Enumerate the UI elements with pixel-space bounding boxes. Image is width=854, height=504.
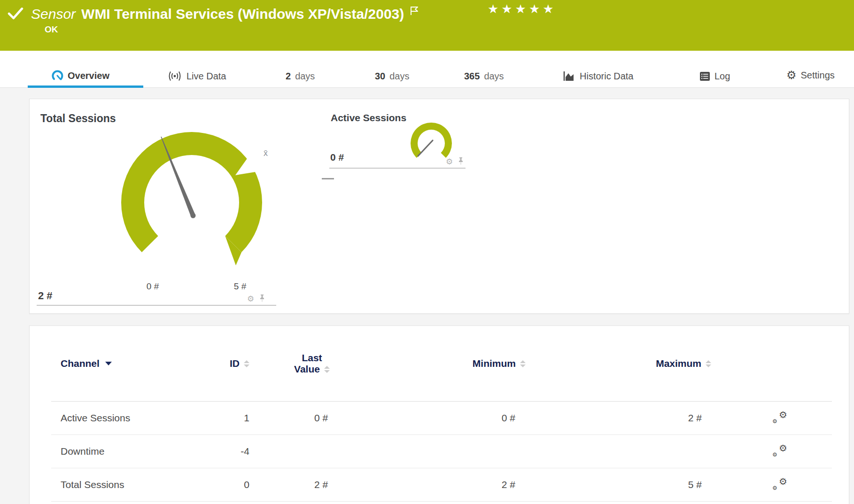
tab-30-days[interactable]: 30 days [375,71,410,82]
header-id[interactable]: ID [230,358,253,369]
tab-settings[interactable]: Settings [786,69,835,82]
gauge-min-label: 0 # [142,281,163,292]
sort-arrows-icon[interactable] [324,366,330,373]
active-sessions-gauge [409,122,454,161]
average-marker-label: x̄ [264,148,268,158]
gauge-icon [51,70,63,82]
sort-arrows-icon[interactable] [520,360,526,367]
widget-gear-icon[interactable] [446,158,453,166]
widget-underline [37,305,276,306]
header-last-value[interactable]: Last Value [294,352,330,375]
sort-arrows-icon[interactable] [706,360,711,367]
total-sessions-gauge [118,128,268,280]
tab-365-days[interactable]: 365 days [464,71,504,82]
tab-overview[interactable]: Overview [51,70,109,82]
gauges-card: Total Sessions x̄ 0 # 5 # 2 # Active Ses… [29,99,849,314]
widget-pin-icon[interactable] [259,295,265,303]
settings-gear-icon [786,69,797,82]
table-row-downtime[interactable]: Downtime -4 [51,435,832,468]
object-type-label: Sensor [31,6,76,22]
tab-2-days[interactable]: 2 days [286,71,315,82]
log-list-icon [699,71,710,81]
tab-bar: Overview Live Data 2 days 30 days 365 da… [0,51,854,88]
total-sessions-gauge-title: Total Sessions [40,112,116,125]
active-sessions-current-value: 0 # [330,152,344,163]
widget-pin-icon[interactable] [458,157,464,166]
widget-gear-icon[interactable] [247,295,254,303]
channel-settings-gears-icon[interactable] [772,410,787,424]
broadcast-icon [167,70,182,82]
sort-arrows-icon[interactable] [244,360,249,367]
widget-underline [329,168,466,169]
tab-log[interactable]: Log [699,71,730,82]
header-maximum[interactable]: Maximum [656,358,728,369]
channels-card: Channel ID Last Value Minimum [29,326,849,504]
header-channel[interactable]: Channel [51,358,211,369]
total-sessions-current-value: 2 # [38,290,53,302]
header-minimum[interactable]: Minimum [473,358,544,369]
status-badge: OK [45,24,58,35]
page-title: WMI Terminal Services (Windows XP/Vista/… [81,6,404,22]
gauge-max-label: 5 # [230,281,250,292]
table-row-active-sessions[interactable]: Active Sessions 1 0 # 0 # 2 # [51,402,832,435]
active-tab-indicator [28,85,143,88]
flag-icon[interactable] [410,6,419,16]
channel-settings-gears-icon[interactable] [772,443,787,457]
tab-historic-data[interactable]: Historic Data [563,71,633,82]
sort-caret-down-icon [105,362,112,365]
active-sessions-gauge-title: Active Sessions [331,112,406,124]
priority-stars[interactable]: ★★★★★ [488,2,557,16]
channels-table: Channel ID Last Value Minimum [51,326,832,502]
status-ok-check-icon [8,6,23,21]
divider-dash [322,178,334,179]
channel-settings-gears-icon[interactable] [772,477,787,491]
sensor-status-header: Sensor WMI Terminal Services (Windows XP… [0,0,854,51]
area-chart-icon [563,71,575,82]
prtg-sensor-page: Sensor WMI Terminal Services (Windows XP… [0,0,854,504]
channels-table-header: Channel ID Last Value Minimum [51,326,832,402]
table-row-total-sessions[interactable]: Total Sessions 0 2 # 2 # 5 # [51,468,832,502]
tab-live-data[interactable]: Live Data [167,70,226,82]
